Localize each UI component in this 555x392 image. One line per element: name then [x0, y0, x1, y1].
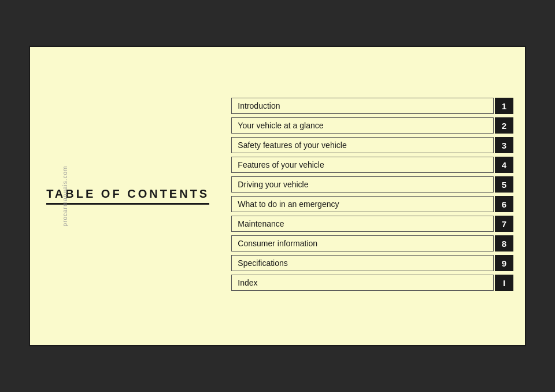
toc-item-label: Safety features of your vehicle [231, 137, 494, 153]
toc-row[interactable]: Specifications9 [231, 255, 513, 271]
toc-item-number: 3 [495, 137, 513, 153]
toc-item-number: 1 [495, 98, 513, 114]
left-panel: procarmanuais.com TABLE OF CONTENTS [30, 47, 225, 345]
toc-row[interactable]: Maintenance7 [231, 216, 513, 232]
toc-row[interactable]: Driving your vehicle5 [231, 176, 513, 193]
toc-item-label: Maintenance [231, 216, 494, 232]
toc-row[interactable]: Your vehicle at a glance2 [231, 117, 513, 134]
toc-item-label: Driving your vehicle [231, 176, 494, 193]
watermark-text: procarmanuais.com [62, 166, 68, 227]
toc-row[interactable]: What to do in an emergency6 [231, 196, 513, 212]
toc-title: TABLE OF CONTENTS [46, 187, 209, 201]
title-underline [46, 203, 209, 205]
toc-row[interactable]: IndexI [231, 275, 513, 291]
toc-item-label: Introduction [231, 98, 494, 114]
page-container: procarmanuais.com TABLE OF CONTENTS Intr… [29, 46, 526, 346]
toc-item-label: Index [231, 275, 494, 291]
toc-item-number: 5 [495, 176, 513, 193]
toc-item-label: Features of your vehicle [231, 157, 494, 173]
toc-item-label: Consumer information [231, 235, 494, 252]
toc-item-label: Specifications [231, 255, 494, 271]
toc-item-number: 7 [495, 216, 513, 232]
toc-row[interactable]: Safety features of your vehicle3 [231, 137, 513, 153]
toc-item-number: 2 [495, 117, 513, 134]
toc-row[interactable]: Consumer information8 [231, 235, 513, 252]
toc-item-number: 9 [495, 255, 513, 271]
title-block: TABLE OF CONTENTS [46, 187, 209, 205]
toc-row[interactable]: Introduction1 [231, 98, 513, 114]
toc-item-number: 8 [495, 235, 513, 252]
toc-item-number: 6 [495, 196, 513, 212]
toc-item-number: 4 [495, 157, 513, 173]
right-panel: Introduction1Your vehicle at a glance2Sa… [225, 47, 525, 345]
toc-item-label: Your vehicle at a glance [231, 117, 494, 134]
toc-row[interactable]: Features of your vehicle4 [231, 157, 513, 173]
toc-item-label: What to do in an emergency [231, 196, 494, 212]
toc-item-number: I [495, 275, 513, 291]
